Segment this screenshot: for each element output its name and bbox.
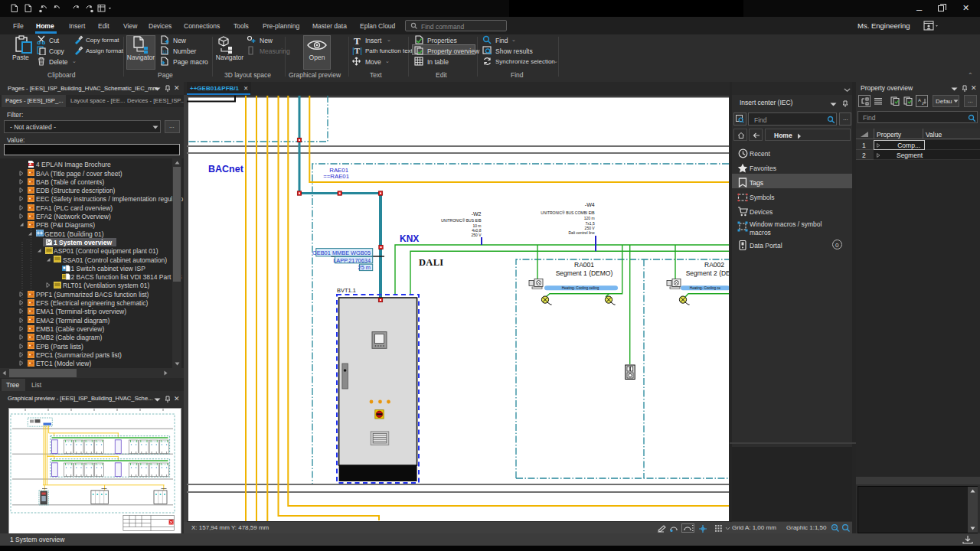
svg-text:LAPP.2170634: LAPP.2170634 (333, 257, 371, 264)
svg-text:25 m: 25 m (358, 264, 371, 271)
svg-text:RA001: RA001 (574, 261, 594, 269)
svg-text:RA002: RA002 (704, 261, 724, 269)
svg-text:Dali control line: Dali control line (569, 230, 595, 235)
svg-text:-W2: -W2 (472, 211, 482, 217)
svg-text:-W4: -W4 (585, 202, 595, 207)
svg-text:7x1,5: 7x1,5 (585, 221, 594, 226)
svg-text:Segment 2 (DEMO): Segment 2 (DEMO) (686, 269, 729, 277)
svg-text:Heating- Cooling ceiling: Heating- Cooling ceiling (562, 286, 599, 290)
svg-text:==RAE01: ==RAE01 (323, 173, 349, 180)
svg-text:250 V: 250 V (471, 233, 482, 237)
svg-text:UNITRONIC® BUS COMBI EIB: UNITRONIC® BUS COMBI EIB (541, 210, 595, 215)
svg-text:DALI: DALI (419, 257, 443, 268)
svg-text:BACnet: BACnet (208, 164, 244, 174)
svg-text:123: 123 (162, 50, 169, 54)
svg-text:Segment 1 (DEMO): Segment 1 (DEMO) (556, 269, 613, 277)
svg-text:Heating- Cooling ce: Heating- Cooling ce (690, 286, 721, 290)
svg-text:BVT1.1: BVT1.1 (337, 287, 356, 294)
svg-text:z: z (922, 101, 924, 106)
svg-text:KNX: KNX (400, 233, 419, 244)
svg-text:UNITRONIC® BUS EIB: UNITRONIC® BUS EIB (441, 218, 482, 223)
svg-text:A: A (918, 98, 921, 103)
svg-text:GEB01 MMBE WGB05: GEB01 MMBE WGB05 (312, 249, 371, 256)
svg-text:120 m: 120 m (584, 216, 595, 220)
